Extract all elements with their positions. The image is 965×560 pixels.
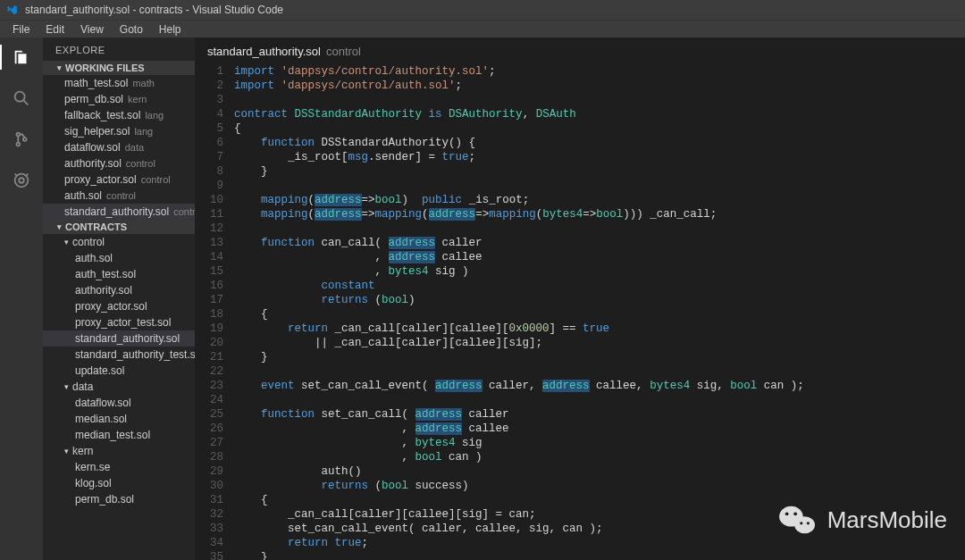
working-file-item[interactable]: sig_helper.sollang	[43, 123, 195, 139]
file-dir: control	[173, 206, 195, 217]
main: EXPLORE ▾ WORKING FILES math_test.solmat…	[0, 38, 965, 560]
file-name: standard_authority.sol	[75, 332, 180, 345]
file-dir: data	[125, 142, 144, 153]
chevron-down-icon: ▾	[64, 447, 69, 456]
file-item[interactable]: proxy_actor_test.sol	[43, 314, 195, 330]
vscode-icon	[5, 4, 18, 16]
file-name: proxy_actor_test.sol	[75, 316, 171, 329]
tab-dir: control	[326, 45, 361, 58]
folder-label: kern	[72, 445, 93, 457]
working-file-item[interactable]: math_test.solmath	[43, 75, 195, 91]
file-item[interactable]: update.sol	[43, 363, 195, 379]
file-item[interactable]: kern.se	[43, 459, 195, 475]
file-dir: lang	[134, 126, 153, 137]
file-dir: control	[141, 174, 171, 185]
file-item[interactable]: auth.sol	[43, 250, 195, 266]
file-item[interactable]: dataflow.sol	[43, 395, 195, 411]
folder-item-data[interactable]: ▾data	[43, 379, 195, 395]
section-working-files-label: WORKING FILES	[65, 63, 145, 73]
working-file-item[interactable]: auth.solcontrol	[43, 188, 195, 204]
working-file-item[interactable]: dataflow.soldata	[43, 139, 195, 155]
search-icon[interactable]	[9, 86, 34, 111]
file-name: median_test.sol	[75, 429, 150, 441]
file-name: standard_authority.sol	[64, 205, 169, 218]
file-item[interactable]: proxy_actor.sol	[43, 298, 195, 314]
folder-item-control[interactable]: ▾control	[43, 234, 195, 250]
file-name: auth_test.sol	[75, 268, 136, 280]
git-icon[interactable]	[9, 127, 34, 152]
file-name: standard_authority_test.sol	[75, 348, 195, 361]
wechat-icon	[777, 503, 818, 537]
file-item[interactable]: perm_db.sol	[43, 491, 195, 507]
file-dir: control	[106, 190, 136, 201]
section-working-files[interactable]: ▾ WORKING FILES	[43, 61, 195, 75]
chevron-down-icon: ▾	[64, 238, 69, 247]
working-file-item[interactable]: standard_authority.solcontrol	[43, 204, 195, 220]
file-name: kern.se	[75, 461, 110, 473]
watermark-text: MarsMobile	[827, 506, 947, 534]
sidebar-header: EXPLORE	[43, 38, 195, 61]
file-item[interactable]: standard_authority.sol	[43, 330, 195, 347]
file-name: dataflow.sol	[64, 141, 121, 154]
working-files-list: math_test.solmathperm_db.solkernfallback…	[43, 75, 195, 220]
code-lines[interactable]: import 'dappsys/control/authority.sol';i…	[234, 64, 965, 560]
folder-label: control	[72, 236, 105, 248]
file-dir: lang	[145, 110, 164, 121]
contracts-tree: ▾controlauth.solauth_test.solauthority.s…	[43, 234, 195, 507]
chevron-down-icon: ▾	[64, 382, 69, 391]
file-name: klog.sol	[75, 477, 112, 489]
file-name: authority.sol	[64, 157, 122, 170]
file-name: math_test.sol	[64, 77, 128, 89]
menu-edit[interactable]: Edit	[38, 21, 71, 38]
working-file-item[interactable]: authority.solcontrol	[43, 155, 195, 171]
working-file-item[interactable]: perm_db.solkern	[43, 91, 195, 107]
chevron-down-icon: ▾	[57, 63, 62, 72]
menu-bar: File Edit View Goto Help	[0, 20, 965, 38]
file-dir: control	[126, 158, 155, 169]
svg-point-0	[15, 92, 25, 102]
line-gutter: 1234567891011121314151617181920212223242…	[195, 64, 234, 560]
editor-tabs: standard_authority.sol control	[195, 38, 965, 64]
file-name: sig_helper.sol	[64, 125, 130, 138]
svg-point-8	[785, 512, 788, 515]
menu-goto[interactable]: Goto	[113, 21, 150, 38]
chevron-down-icon: ▾	[57, 222, 62, 231]
file-item[interactable]: authority.sol	[43, 282, 195, 298]
window-title: standard_authority.sol - contracts - Vis…	[25, 4, 283, 16]
file-item[interactable]: auth_test.sol	[43, 266, 195, 282]
file-name: auth.sol	[64, 189, 102, 202]
working-file-item[interactable]: proxy_actor.solcontrol	[43, 171, 195, 188]
file-name: update.sol	[75, 364, 124, 377]
svg-point-2	[17, 143, 21, 146]
activity-bar	[0, 38, 43, 560]
editor: standard_authority.sol control 123456789…	[195, 38, 965, 560]
svg-point-11	[806, 522, 809, 524]
file-item[interactable]: median.sol	[43, 411, 195, 427]
file-dir: kern	[128, 94, 147, 104]
svg-point-5	[19, 178, 24, 183]
files-icon[interactable]	[9, 45, 34, 70]
file-item[interactable]: median_test.sol	[43, 427, 195, 443]
menu-file[interactable]: File	[5, 21, 37, 38]
file-name: auth.sol	[75, 252, 113, 264]
menu-view[interactable]: View	[73, 21, 111, 38]
file-dir: math	[132, 78, 154, 88]
svg-point-7	[794, 516, 815, 533]
file-name: perm_db.sol	[75, 493, 134, 506]
code-area[interactable]: 1234567891011121314151617181920212223242…	[195, 64, 965, 560]
svg-point-10	[800, 522, 802, 524]
file-item[interactable]: klog.sol	[43, 475, 195, 491]
file-name: authority.sol	[75, 284, 132, 297]
working-file-item[interactable]: fallback_test.sollang	[43, 107, 195, 123]
section-contracts[interactable]: ▾ CONTRACTS	[43, 220, 195, 234]
file-name: dataflow.sol	[75, 397, 131, 409]
tab-name[interactable]: standard_authority.sol	[207, 45, 321, 58]
watermark: MarsMobile	[777, 503, 947, 537]
svg-point-9	[793, 512, 797, 515]
file-item[interactable]: standard_authority_test.sol	[43, 347, 195, 363]
folder-item-kern[interactable]: ▾kern	[43, 443, 195, 459]
file-name: fallback_test.sol	[64, 109, 140, 121]
menu-help[interactable]: Help	[152, 21, 189, 38]
debug-icon[interactable]	[9, 168, 34, 193]
sidebar: EXPLORE ▾ WORKING FILES math_test.solmat…	[43, 38, 195, 560]
